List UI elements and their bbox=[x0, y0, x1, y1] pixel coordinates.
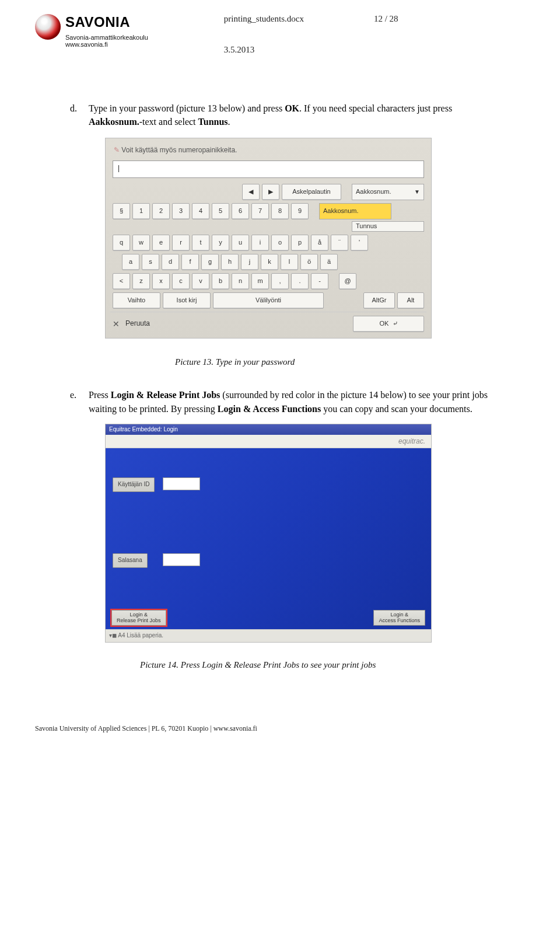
equitrac-logo: equitrac. bbox=[398, 437, 425, 446]
key[interactable]: å bbox=[311, 235, 328, 251]
key[interactable]: k bbox=[261, 254, 278, 270]
list-body-d: Type in your password (picture 13 below)… bbox=[89, 102, 502, 128]
key[interactable]: m bbox=[251, 273, 269, 289]
page-footer: Savonia University of Applied Sciences |… bbox=[35, 724, 525, 733]
key[interactable]: ¨ bbox=[331, 235, 348, 251]
key[interactable]: 1 bbox=[132, 203, 150, 219]
key[interactable]: § bbox=[113, 203, 130, 219]
backspace-key[interactable]: Askelpalautin bbox=[282, 184, 341, 200]
list-item-e: e. Press Login & Release Print Jobs (sur… bbox=[70, 388, 502, 415]
key[interactable]: g bbox=[201, 254, 219, 270]
picture-14-login: Equitrac Embedded: Login equitrac. Käytt… bbox=[105, 424, 432, 643]
login-release-button[interactable]: Login & Release Print Jobs bbox=[111, 610, 166, 626]
key[interactable]: j bbox=[241, 254, 258, 270]
doc-meta: printing_students.docx 12 / 28 3.5.2013 bbox=[224, 14, 398, 55]
key[interactable]: . bbox=[291, 273, 309, 289]
key[interactable]: ö bbox=[300, 254, 318, 270]
ok-button[interactable]: OK ⤶ bbox=[353, 316, 424, 332]
nav-right-icon[interactable]: ▶ bbox=[262, 184, 279, 200]
brand-name: SAVONIA bbox=[65, 14, 148, 30]
doc-date: 3.5.2013 bbox=[224, 45, 398, 55]
caps-key[interactable]: Isot kirj bbox=[163, 292, 211, 309]
aakkosnum-dropdown[interactable]: Aakkosnum.▼ bbox=[352, 184, 424, 200]
key[interactable]: x bbox=[152, 273, 170, 289]
kb-hint: Voit käyttää myös numeropainikkeita. bbox=[110, 143, 426, 160]
key[interactable]: 9 bbox=[291, 203, 309, 219]
key[interactable]: c bbox=[172, 273, 190, 289]
key[interactable]: s bbox=[142, 254, 159, 270]
key[interactable]: 2 bbox=[152, 203, 170, 219]
key[interactable]: z bbox=[132, 273, 150, 289]
logo-icon bbox=[35, 14, 61, 40]
password-input[interactable] bbox=[163, 553, 200, 566]
alt-key[interactable]: Alt bbox=[397, 292, 424, 309]
login-panel: Käyttäjän ID Salasana Login & Release Pr… bbox=[106, 448, 431, 629]
key[interactable]: ä bbox=[320, 254, 338, 270]
altgr-key[interactable]: AltGr bbox=[363, 292, 395, 309]
list-marker-d: d. bbox=[70, 102, 80, 128]
key[interactable]: h bbox=[221, 254, 239, 270]
key[interactable]: f bbox=[181, 254, 199, 270]
brand-strip: equitrac. bbox=[106, 435, 431, 448]
close-icon[interactable]: ✕ bbox=[113, 318, 120, 330]
key[interactable]: p bbox=[291, 235, 309, 251]
key[interactable]: 4 bbox=[192, 203, 209, 219]
key[interactable]: v bbox=[192, 273, 209, 289]
kb-text-input[interactable]: | bbox=[113, 161, 424, 178]
logo-block: SAVONIA Savonia-ammattikorkeakoulu www.s… bbox=[35, 14, 148, 48]
key[interactable]: < bbox=[113, 273, 130, 289]
picture-13-keyboard: Voit käyttää myös numeropainikkeita. | ◀… bbox=[105, 138, 432, 338]
list-body-e: Press Login & Release Print Jobs (surrou… bbox=[89, 388, 502, 415]
tunnus-option[interactable]: Tunnus bbox=[352, 221, 424, 232]
user-id-input[interactable] bbox=[163, 477, 200, 490]
password-label: Salasana bbox=[113, 553, 148, 568]
caption-13: Picture 13. Type in your password bbox=[175, 356, 502, 369]
nav-left-icon[interactable]: ◀ bbox=[242, 184, 260, 200]
key[interactable]: l bbox=[281, 254, 298, 270]
key[interactable]: o bbox=[271, 235, 289, 251]
key[interactable]: @ bbox=[339, 273, 356, 289]
key[interactable]: 7 bbox=[251, 203, 269, 219]
shift-key[interactable]: Vaihto bbox=[113, 292, 160, 309]
key[interactable]: - bbox=[311, 273, 328, 289]
key[interactable]: a bbox=[122, 254, 139, 270]
key[interactable]: b bbox=[212, 273, 229, 289]
key[interactable]: e bbox=[152, 235, 170, 251]
brand-subtitle: Savonia-ammattikorkeakoulu bbox=[65, 34, 148, 41]
brand-url: www.savonia.fi bbox=[65, 41, 148, 48]
key[interactable]: w bbox=[132, 235, 150, 251]
user-id-label: Käyttäjän ID bbox=[113, 477, 155, 492]
caption-14: Picture 14. Press Login & Release Print … bbox=[140, 659, 502, 672]
space-key[interactable]: Välilyönti bbox=[213, 292, 324, 309]
login-access-button[interactable]: Login & Access Functions bbox=[373, 610, 425, 626]
cancel-button[interactable]: Peruuta bbox=[125, 319, 150, 329]
doc-page: 12 / 28 bbox=[374, 14, 398, 24]
page-header: SAVONIA Savonia-ammattikorkeakoulu www.s… bbox=[35, 14, 525, 55]
list-marker-e: e. bbox=[70, 388, 80, 415]
key[interactable]: 5 bbox=[212, 203, 229, 219]
doc-filename: printing_students.docx bbox=[224, 14, 304, 24]
key[interactable]: 8 bbox=[271, 203, 289, 219]
key[interactable]: t bbox=[192, 235, 209, 251]
key[interactable]: y bbox=[212, 235, 229, 251]
key[interactable]: q bbox=[113, 235, 130, 251]
chevron-down-icon: ▼ bbox=[414, 188, 420, 197]
status-bar: ▾◼ A4 Lisää paperia. bbox=[106, 629, 431, 642]
key[interactable]: i bbox=[251, 235, 269, 251]
key[interactable]: n bbox=[232, 273, 249, 289]
key[interactable]: u bbox=[232, 235, 249, 251]
list-item-d: d. Type in your password (picture 13 bel… bbox=[70, 102, 502, 128]
key[interactable]: r bbox=[172, 235, 190, 251]
window-titlebar: Equitrac Embedded: Login bbox=[106, 424, 431, 435]
key[interactable]: d bbox=[162, 254, 179, 270]
key[interactable]: ' bbox=[351, 235, 368, 251]
key[interactable]: 6 bbox=[232, 203, 249, 219]
aakkosnum-option-selected[interactable]: Aakkosnum. bbox=[319, 203, 391, 219]
key[interactable]: , bbox=[271, 273, 289, 289]
key[interactable]: 3 bbox=[172, 203, 190, 219]
